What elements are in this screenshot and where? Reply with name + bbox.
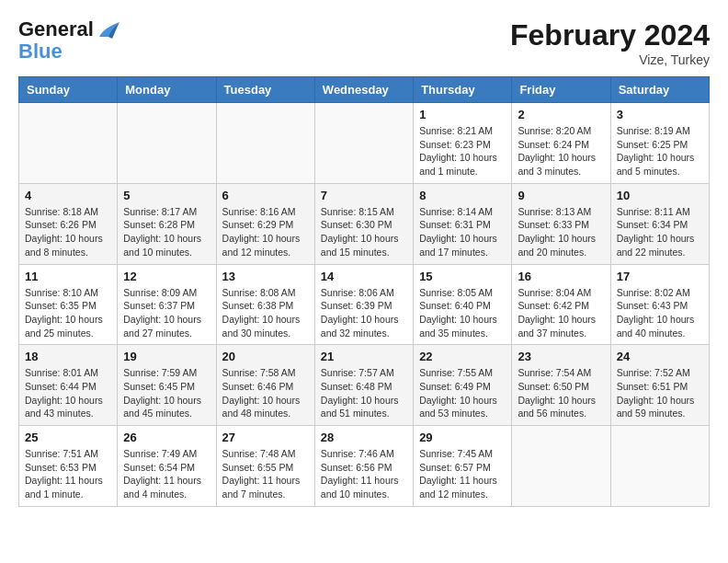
day-number: 25: [25, 431, 111, 444]
day-number: 11: [25, 270, 111, 283]
calendar-cell: 20Sunrise: 7:58 AM Sunset: 6:46 PM Dayli…: [216, 345, 314, 426]
day-number: 10: [617, 189, 703, 202]
day-number: 19: [123, 350, 210, 363]
day-number: 3: [617, 108, 703, 121]
day-info: Sunrise: 8:21 AM Sunset: 6:23 PM Dayligh…: [419, 124, 506, 178]
calendar-cell: 12Sunrise: 8:09 AM Sunset: 6:37 PM Dayli…: [118, 264, 216, 345]
calendar-cell: 10Sunrise: 8:11 AM Sunset: 6:34 PM Dayli…: [610, 183, 709, 264]
day-info: Sunrise: 8:05 AM Sunset: 6:40 PM Dayligh…: [419, 286, 506, 340]
day-info: Sunrise: 8:01 AM Sunset: 6:44 PM Dayligh…: [25, 366, 111, 420]
calendar-cell: 6Sunrise: 8:16 AM Sunset: 6:29 PM Daylig…: [216, 183, 314, 264]
day-number: 18: [25, 350, 111, 363]
day-info: Sunrise: 8:17 AM Sunset: 6:28 PM Dayligh…: [123, 205, 210, 259]
calendar-cell: 28Sunrise: 7:46 AM Sunset: 6:56 PM Dayli…: [314, 426, 413, 507]
calendar-cell: 15Sunrise: 8:05 AM Sunset: 6:40 PM Dayli…: [414, 264, 512, 345]
calendar-cell: 29Sunrise: 7:45 AM Sunset: 6:57 PM Dayli…: [414, 426, 512, 507]
day-number: 7: [321, 189, 407, 202]
day-number: 13: [222, 270, 309, 283]
day-info: Sunrise: 8:18 AM Sunset: 6:26 PM Dayligh…: [25, 205, 111, 259]
logo-text: General: [18, 18, 119, 40]
weekday-header-saturday: Saturday: [610, 77, 709, 103]
calendar-cell: [610, 426, 709, 507]
calendar-cell: 1Sunrise: 8:21 AM Sunset: 6:23 PM Daylig…: [414, 103, 512, 184]
day-number: 12: [123, 270, 210, 283]
day-info: Sunrise: 7:46 AM Sunset: 6:56 PM Dayligh…: [321, 447, 407, 501]
day-info: Sunrise: 7:51 AM Sunset: 6:53 PM Dayligh…: [25, 447, 111, 501]
day-number: 23: [518, 350, 604, 363]
main-title: February 2024: [510, 18, 710, 52]
day-number: 29: [419, 431, 506, 444]
day-number: 26: [123, 431, 210, 444]
calendar-cell: 7Sunrise: 8:15 AM Sunset: 6:30 PM Daylig…: [314, 183, 413, 264]
day-info: Sunrise: 8:06 AM Sunset: 6:39 PM Dayligh…: [321, 286, 407, 340]
logo-blue: Blue: [18, 40, 119, 63]
calendar-cell: 8Sunrise: 8:14 AM Sunset: 6:31 PM Daylig…: [414, 183, 512, 264]
page-header: General Blue February 2024 Vize, Turkey: [18, 18, 710, 67]
day-info: Sunrise: 7:58 AM Sunset: 6:46 PM Dayligh…: [222, 366, 309, 420]
calendar-cell: 9Sunrise: 8:13 AM Sunset: 6:33 PM Daylig…: [512, 183, 610, 264]
calendar-week-row: 25Sunrise: 7:51 AM Sunset: 6:53 PM Dayli…: [19, 426, 710, 507]
day-info: Sunrise: 7:57 AM Sunset: 6:48 PM Dayligh…: [321, 366, 407, 420]
day-number: 20: [222, 350, 309, 363]
calendar-cell: 16Sunrise: 8:04 AM Sunset: 6:42 PM Dayli…: [512, 264, 610, 345]
day-number: 27: [222, 431, 309, 444]
day-number: 17: [617, 270, 703, 283]
logo: General Blue: [18, 18, 119, 63]
calendar-week-row: 11Sunrise: 8:10 AM Sunset: 6:35 PM Dayli…: [19, 264, 710, 345]
day-number: 6: [222, 189, 309, 202]
day-info: Sunrise: 8:14 AM Sunset: 6:31 PM Dayligh…: [419, 205, 506, 259]
day-info: Sunrise: 7:52 AM Sunset: 6:51 PM Dayligh…: [617, 366, 703, 420]
calendar-cell: [118, 103, 216, 184]
calendar-cell: 19Sunrise: 7:59 AM Sunset: 6:45 PM Dayli…: [118, 345, 216, 426]
day-number: 28: [321, 431, 407, 444]
weekday-header-tuesday: Tuesday: [216, 77, 314, 103]
weekday-header-thursday: Thursday: [414, 77, 512, 103]
day-info: Sunrise: 8:19 AM Sunset: 6:25 PM Dayligh…: [617, 124, 703, 178]
calendar-week-row: 18Sunrise: 8:01 AM Sunset: 6:44 PM Dayli…: [19, 345, 710, 426]
calendar: SundayMondayTuesdayWednesdayThursdayFrid…: [18, 76, 710, 507]
day-number: 14: [321, 270, 407, 283]
calendar-cell: 11Sunrise: 8:10 AM Sunset: 6:35 PM Dayli…: [19, 264, 118, 345]
day-info: Sunrise: 8:02 AM Sunset: 6:43 PM Dayligh…: [617, 286, 703, 340]
weekday-header-monday: Monday: [118, 77, 216, 103]
calendar-cell: 24Sunrise: 7:52 AM Sunset: 6:51 PM Dayli…: [610, 345, 709, 426]
calendar-cell: 2Sunrise: 8:20 AM Sunset: 6:24 PM Daylig…: [512, 103, 610, 184]
calendar-cell: 22Sunrise: 7:55 AM Sunset: 6:49 PM Dayli…: [414, 345, 512, 426]
day-info: Sunrise: 8:09 AM Sunset: 6:37 PM Dayligh…: [123, 286, 210, 340]
day-info: Sunrise: 8:20 AM Sunset: 6:24 PM Dayligh…: [518, 124, 604, 178]
subtitle: Vize, Turkey: [510, 52, 710, 67]
bird-icon: [96, 20, 119, 40]
day-info: Sunrise: 8:11 AM Sunset: 6:34 PM Dayligh…: [617, 205, 703, 259]
calendar-cell: 14Sunrise: 8:06 AM Sunset: 6:39 PM Dayli…: [314, 264, 413, 345]
weekday-header-sunday: Sunday: [19, 77, 118, 103]
calendar-cell: 27Sunrise: 7:48 AM Sunset: 6:55 PM Dayli…: [216, 426, 314, 507]
day-info: Sunrise: 7:45 AM Sunset: 6:57 PM Dayligh…: [419, 447, 506, 501]
day-info: Sunrise: 8:16 AM Sunset: 6:29 PM Dayligh…: [222, 205, 309, 259]
day-number: 9: [518, 189, 604, 202]
weekday-header-friday: Friday: [512, 77, 610, 103]
calendar-cell: 3Sunrise: 8:19 AM Sunset: 6:25 PM Daylig…: [610, 103, 709, 184]
day-number: 24: [617, 350, 703, 363]
day-info: Sunrise: 7:59 AM Sunset: 6:45 PM Dayligh…: [123, 366, 210, 420]
calendar-week-row: 4Sunrise: 8:18 AM Sunset: 6:26 PM Daylig…: [19, 183, 710, 264]
day-number: 16: [518, 270, 604, 283]
weekday-header-row: SundayMondayTuesdayWednesdayThursdayFrid…: [19, 77, 710, 103]
day-number: 4: [25, 189, 111, 202]
day-info: Sunrise: 8:04 AM Sunset: 6:42 PM Dayligh…: [518, 286, 604, 340]
day-number: 2: [518, 108, 604, 121]
day-info: Sunrise: 7:48 AM Sunset: 6:55 PM Dayligh…: [222, 447, 309, 501]
calendar-cell: 23Sunrise: 7:54 AM Sunset: 6:50 PM Dayli…: [512, 345, 610, 426]
day-info: Sunrise: 7:55 AM Sunset: 6:49 PM Dayligh…: [419, 366, 506, 420]
calendar-cell: 21Sunrise: 7:57 AM Sunset: 6:48 PM Dayli…: [314, 345, 413, 426]
calendar-cell: 4Sunrise: 8:18 AM Sunset: 6:26 PM Daylig…: [19, 183, 118, 264]
day-info: Sunrise: 8:10 AM Sunset: 6:35 PM Dayligh…: [25, 286, 111, 340]
day-number: 5: [123, 189, 210, 202]
calendar-cell: 26Sunrise: 7:49 AM Sunset: 6:54 PM Dayli…: [118, 426, 216, 507]
day-number: 21: [321, 350, 407, 363]
calendar-cell: [19, 103, 118, 184]
calendar-week-row: 1Sunrise: 8:21 AM Sunset: 6:23 PM Daylig…: [19, 103, 710, 184]
calendar-cell: [314, 103, 413, 184]
calendar-cell: [216, 103, 314, 184]
day-info: Sunrise: 7:54 AM Sunset: 6:50 PM Dayligh…: [518, 366, 604, 420]
calendar-cell: 13Sunrise: 8:08 AM Sunset: 6:38 PM Dayli…: [216, 264, 314, 345]
